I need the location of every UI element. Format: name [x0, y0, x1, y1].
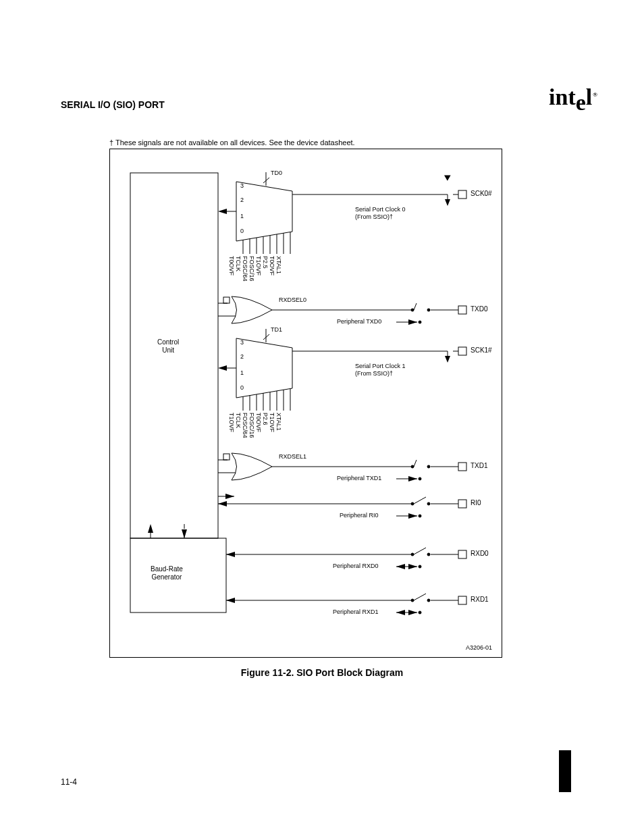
svg-marker-3 — [148, 524, 153, 533]
m0b3: 3 — [240, 182, 244, 190]
sck0-in: Serial Port Clock 0(From SSIO)† — [355, 206, 406, 221]
m1p7: XTAL1 — [275, 413, 282, 431]
svg-point-32 — [427, 309, 430, 311]
svg-marker-5 — [182, 529, 187, 538]
svg-line-73 — [414, 497, 426, 504]
svg-line-94 — [414, 594, 426, 600]
txd1-pad: TXD1 — [471, 462, 488, 470]
svg-point-30 — [411, 309, 414, 311]
txd0-ph: Peripheral TXD0 — [337, 318, 381, 325]
figure-caption: Figure 11-2. SIO Port Block Diagram — [0, 667, 644, 678]
svg-rect-76 — [458, 500, 466, 508]
section-title: SERIAL I/O (SIO) PORT — [61, 99, 165, 110]
svg-marker-71 — [218, 501, 227, 506]
intel-logo: intel® — [549, 84, 597, 110]
svg-rect-64 — [458, 463, 466, 471]
m1b0: 0 — [240, 384, 244, 392]
svg-point-72 — [411, 502, 414, 505]
svg-marker-36 — [408, 319, 417, 325]
rxd0-pad: RXD0 — [471, 550, 489, 558]
m1b3: 3 — [240, 339, 244, 346]
svg-rect-56 — [223, 454, 230, 460]
baud-rate-generator-label: Baud-RateGenerator — [151, 565, 183, 581]
svg-point-74 — [427, 502, 430, 505]
txd0-pad: TXD0 — [471, 305, 488, 313]
rxd0-ph: Peripheral RXD0 — [333, 563, 379, 570]
svg-marker-11 — [218, 209, 227, 214]
svg-marker-38 — [236, 338, 292, 398]
svg-marker-7 — [236, 182, 292, 241]
rxd1-pad: RXD1 — [471, 596, 489, 604]
svg-marker-45 — [445, 356, 450, 363]
svg-marker-66 — [408, 476, 417, 481]
figure-footnote: † These signals are not available on all… — [109, 138, 355, 147]
sck1-pad: SCK1# — [471, 346, 492, 355]
m0b0: 0 — [240, 228, 244, 235]
svg-marker-99 — [408, 610, 417, 615]
svg-rect-26 — [223, 297, 230, 303]
svg-point-93 — [411, 599, 414, 602]
m1b1: 1 — [240, 369, 244, 377]
m0b2: 2 — [240, 197, 244, 204]
page-number: 11-4 — [61, 777, 77, 787]
ref-id: A3206-01 — [466, 644, 492, 652]
svg-marker-100 — [396, 610, 405, 615]
or0-out: RXDSEL0 — [279, 296, 306, 304]
figure-frame: ControlUnit Baud-RateGenerator TD0 TD1 3… — [109, 149, 502, 658]
svg-line-61 — [414, 460, 417, 467]
svg-rect-86 — [458, 550, 466, 558]
svg-point-101 — [419, 611, 421, 614]
sck0-pad: SCK0# — [471, 190, 492, 198]
svg-rect-97 — [458, 596, 466, 604]
svg-marker-14 — [444, 175, 451, 180]
m0p7: XTAL1 — [275, 256, 282, 274]
svg-point-84 — [427, 553, 430, 556]
svg-point-79 — [419, 515, 421, 517]
mux0-sel: TD0 — [271, 170, 282, 177]
svg-point-60 — [411, 465, 414, 468]
sck1-in: Serial Port Clock 1(From SSIO)† — [355, 363, 406, 377]
ri0-pad: RI0 — [471, 499, 481, 507]
m0b1: 1 — [240, 213, 244, 220]
svg-marker-92 — [226, 598, 235, 603]
svg-point-67 — [419, 477, 421, 480]
svg-rect-34 — [458, 306, 466, 314]
svg-line-83 — [414, 548, 426, 554]
svg-rect-0 — [130, 173, 218, 538]
control-unit-label: ControlUnit — [157, 338, 179, 355]
svg-point-95 — [427, 599, 430, 602]
svg-marker-69 — [225, 494, 234, 499]
mux1-sel: TD1 — [271, 326, 282, 334]
svg-point-37 — [419, 321, 421, 323]
svg-rect-16 — [458, 190, 466, 199]
edge-tab — [559, 750, 571, 792]
svg-marker-15 — [445, 199, 450, 206]
svg-marker-78 — [408, 513, 417, 519]
m1b2: 2 — [240, 353, 244, 361]
svg-point-82 — [411, 553, 414, 556]
ri0-ph: Peripheral RI0 — [340, 512, 379, 519]
svg-marker-81 — [226, 552, 235, 557]
svg-marker-88 — [408, 564, 417, 569]
svg-marker-42 — [218, 365, 227, 371]
svg-rect-46 — [458, 347, 466, 355]
svg-point-62 — [427, 465, 430, 468]
or1-out: RXDSEL1 — [279, 453, 306, 461]
svg-marker-89 — [396, 564, 405, 569]
rxd1-ph: Peripheral RXD1 — [333, 608, 379, 616]
svg-point-90 — [419, 565, 421, 568]
txd1-ph: Peripheral TXD1 — [337, 475, 381, 482]
svg-line-31 — [414, 303, 417, 310]
